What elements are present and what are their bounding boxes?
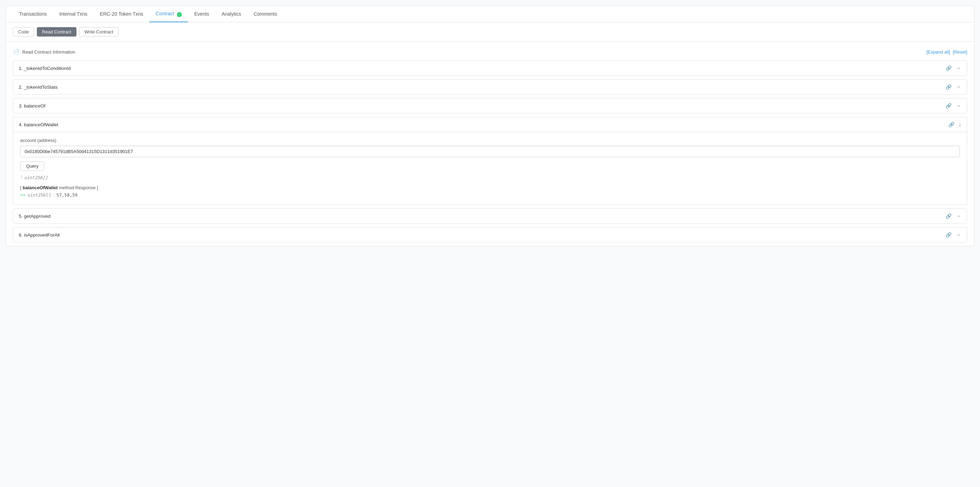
arrow-right-icon-1[interactable]: →: [956, 65, 961, 71]
arrow-right-icon-5[interactable]: →: [956, 213, 961, 219]
contract-row-5: 5. getApproved🔗→: [13, 208, 967, 224]
section-title: 📄 Read Contract Information: [13, 49, 75, 55]
contract-row-label-3: 3. balanceOf: [19, 103, 46, 109]
response-value-4: 57,58,59: [57, 192, 78, 198]
contract-row-6: 6. isApprovedForAll🔗→: [13, 227, 967, 243]
tab-internal-txns[interactable]: Internal Txns: [53, 6, 94, 22]
arrow-right-icon-3[interactable]: →: [956, 103, 961, 109]
doc-icon: 📄: [13, 49, 19, 55]
contract-row-header-3[interactable]: 3. balanceOf🔗→: [13, 99, 967, 113]
content-area: 📄 Read Contract Information [Expand all]…: [6, 42, 974, 243]
tab-comments[interactable]: Comments: [247, 6, 283, 22]
contract-rows-container: 1. _tokenIdToConditionId🔗→2. _tokenIdToS…: [13, 61, 967, 243]
tab-transactions[interactable]: Transactions: [13, 6, 53, 22]
response-arrow-icon-4: >>: [20, 192, 25, 198]
contract-row-header-6[interactable]: 6. isApprovedForAll🔗→: [13, 227, 967, 242]
link-icon-3[interactable]: 🔗: [946, 103, 951, 109]
contract-row-label-6: 6. isApprovedForAll: [19, 232, 60, 238]
contract-row-actions-6: 🔗→: [946, 232, 961, 238]
link-icon-1[interactable]: 🔗: [946, 65, 951, 71]
expand-all-link[interactable]: [Expand all]: [926, 49, 950, 54]
contract-row-header-2[interactable]: 2. _tokenIdToStats🔗→: [13, 80, 967, 94]
contract-row-actions-3: 🔗→: [946, 103, 961, 109]
section-actions: [Expand all] [Reset]: [925, 49, 967, 54]
main-container: TransactionsInternal TxnsERC-20 Token Tx…: [6, 6, 974, 246]
query-button-4[interactable]: Query: [20, 161, 44, 171]
tab-analytics[interactable]: Analytics: [215, 6, 247, 22]
link-icon-4[interactable]: 🔗: [948, 122, 954, 127]
sub-tab-write-contract[interactable]: Write Contract: [79, 27, 118, 37]
arrow-right-icon-2[interactable]: →: [956, 84, 961, 90]
tab-erc20-token-txns[interactable]: ERC-20 Token Txns: [94, 6, 150, 22]
contract-row-3: 3. balanceOf🔗→: [13, 98, 967, 113]
arrow-right-icon-6[interactable]: →: [956, 232, 961, 238]
contract-row-actions-4: 🔗↓: [948, 121, 961, 128]
tabs-bar: TransactionsInternal TxnsERC-20 Token Tx…: [6, 6, 974, 22]
tab-contract[interactable]: Contract ✓: [150, 6, 188, 22]
contract-row-actions-1: 🔗→: [946, 65, 961, 71]
arrow-down-icon-4[interactable]: ↓: [958, 121, 961, 128]
link-icon-2[interactable]: 🔗: [946, 84, 951, 90]
contract-row-2: 2. _tokenIdToStats🔗→: [13, 79, 967, 94]
contract-row-header-1[interactable]: 1. _tokenIdToConditionId🔗→: [13, 61, 967, 75]
link-icon-6[interactable]: 🔗: [946, 232, 951, 238]
response-title-4: [ balanceOfWallet method Response ]: [20, 185, 960, 190]
contract-row-label-1: 1. _tokenIdToConditionId: [19, 66, 70, 71]
method-response-4: [ balanceOfWallet method Response ]>>uin…: [20, 185, 960, 198]
sub-tabs: CodeRead ContractWrite Contract: [6, 22, 974, 42]
link-icon-5[interactable]: 🔗: [946, 213, 951, 219]
response-key-4: uint256[]: [27, 192, 51, 198]
response-method-name: balanceOfWallet: [22, 185, 58, 190]
section-title-text: Read Contract Information: [22, 49, 75, 54]
tab-events[interactable]: Events: [188, 6, 215, 22]
response-row-4: >>uint256[]:57,58,59: [20, 192, 960, 198]
response-colon-4: :: [53, 192, 54, 198]
contract-row-expanded-4: account (address)Query└uint256[][ balanc…: [13, 132, 967, 204]
contract-row-actions-5: 🔗→: [946, 213, 961, 219]
contract-row-actions-2: 🔗→: [946, 84, 961, 90]
sub-tab-code[interactable]: Code: [13, 27, 34, 37]
param-input-4[interactable]: [20, 146, 960, 157]
verified-check-icon: ✓: [177, 12, 182, 17]
contract-row-label-4: 4. balanceOfWallet: [19, 122, 58, 127]
contract-row-header-5[interactable]: 5. getApproved🔗→: [13, 209, 967, 224]
sub-tab-read-contract[interactable]: Read Contract: [37, 27, 76, 37]
return-arrow-icon: └: [20, 175, 23, 180]
contract-row-label-2: 2. _tokenIdToStats: [19, 85, 58, 90]
section-header: 📄 Read Contract Information [Expand all]…: [13, 49, 967, 55]
contract-row-header-4[interactable]: 4. balanceOfWallet🔗↓: [13, 117, 967, 132]
return-type-4: └uint256[]: [20, 175, 960, 180]
contract-row-4: 4. balanceOfWallet🔗↓account (address)Que…: [13, 117, 967, 205]
param-label-4: account (address): [20, 138, 960, 143]
reset-link[interactable]: [Reset]: [953, 49, 967, 54]
contract-row-label-5: 5. getApproved: [19, 214, 51, 219]
contract-row-1: 1. _tokenIdToConditionId🔗→: [13, 61, 967, 76]
